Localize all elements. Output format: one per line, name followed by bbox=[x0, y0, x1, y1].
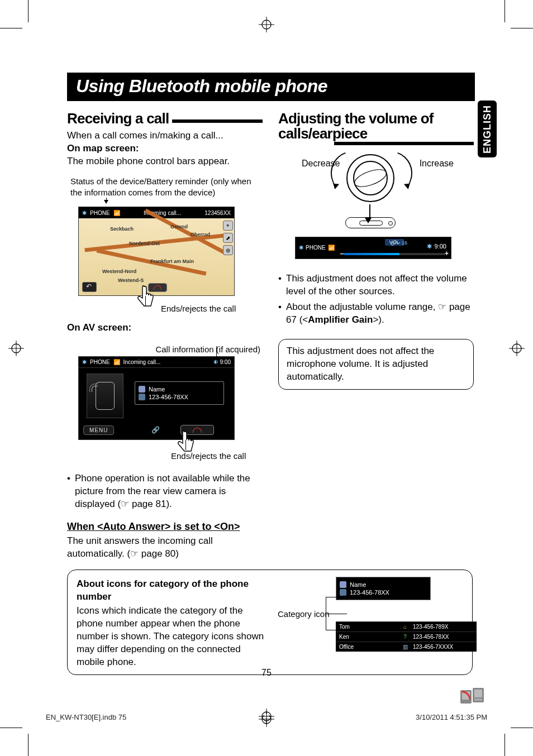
map-place: Nordend-Ost bbox=[129, 241, 160, 246]
signal-icon: 📶 bbox=[328, 245, 335, 251]
map-place: Oberrad bbox=[191, 232, 210, 237]
volume-figure: Decrease Increase ✱ PHONE bbox=[278, 153, 468, 265]
clock-value: 9:00 bbox=[435, 243, 446, 250]
unknown-icon: ? bbox=[401, 634, 410, 640]
sample-name: Name bbox=[350, 581, 366, 588]
bluetooth-icon: ✱ bbox=[299, 245, 303, 251]
footer-timestamp: 3/10/2011 4:51:35 PM bbox=[416, 713, 487, 721]
incoming-label: Incoming call... bbox=[123, 359, 161, 365]
phone-mode-label: PHONE bbox=[306, 245, 326, 251]
svg-point-29 bbox=[354, 161, 387, 195]
map-place: Westend-Nord bbox=[102, 269, 136, 274]
phone-mode-label: PHONE bbox=[90, 359, 110, 365]
caller-name: Name bbox=[149, 386, 165, 393]
page-number: 75 bbox=[0, 668, 533, 678]
registration-mark-icon bbox=[8, 341, 24, 356]
office-icon: ▥ bbox=[401, 644, 410, 650]
call-info-box: Name 123-456-78XX bbox=[135, 381, 224, 405]
home-icon: ⌂ bbox=[401, 624, 410, 630]
about-heading: About icons for category of the phone nu… bbox=[77, 578, 266, 604]
section-heading-receiving: Receiving a call bbox=[67, 111, 169, 126]
auto-answer-subheading: When <Auto Answer> is set to <On> bbox=[67, 521, 263, 533]
list-item: Ken ? 123-456-78XX bbox=[336, 631, 477, 642]
language-tab: ENGLISH bbox=[478, 101, 497, 157]
about-body: Icons which indicate the category of the… bbox=[77, 605, 264, 667]
volume-knob-icon bbox=[345, 153, 396, 203]
clock-value: 9:00 bbox=[220, 359, 231, 365]
auto-answer-body: The unit answers the incoming call autom… bbox=[67, 535, 263, 561]
map-place: Frankfurt am Main bbox=[150, 259, 194, 264]
person-icon bbox=[139, 386, 145, 393]
vol-minus-icon: – bbox=[340, 250, 344, 257]
sample-call-info: Name 123-456-78XX bbox=[336, 577, 431, 600]
phone-icon bbox=[139, 394, 145, 400]
signal-icon: 📶 bbox=[113, 210, 120, 216]
about-icons-box: About icons for category of the phone nu… bbox=[67, 570, 473, 675]
phone-mode-label: PHONE bbox=[90, 210, 110, 216]
registration-mark-icon bbox=[509, 341, 525, 356]
bluetooth-icon: ✱ bbox=[82, 359, 87, 365]
intro-text: When a call comes in/making a call... bbox=[67, 130, 263, 142]
ends-call-caption: Ends/rejects the call bbox=[171, 451, 246, 461]
menu-button[interactable]: MENU bbox=[83, 425, 114, 435]
bullet-volume-other-sources: This adjustment does not affect the volu… bbox=[278, 272, 474, 298]
bluetooth-small-icon: ✱ bbox=[427, 243, 432, 250]
av-caption: Call information (if acquired) bbox=[67, 344, 263, 354]
list-item: Tom ⌂ 123-456-789X bbox=[336, 621, 477, 631]
ends-call-caption: Ends/rejects the call bbox=[161, 304, 236, 313]
incoming-label: Incoming call... bbox=[123, 210, 202, 216]
bluetooth-icon: ✱ bbox=[82, 210, 87, 216]
sample-number: 123-456-78XX bbox=[350, 589, 389, 596]
bullet-rear-camera: Phone operation is not available while t… bbox=[67, 472, 263, 511]
page-title: Using Bluetooth mobile phone bbox=[67, 73, 475, 101]
footer-file: EN_KW-NT30[E].indb 75 bbox=[46, 713, 126, 721]
caller-number: 123-456-78XX bbox=[149, 394, 188, 400]
back-button[interactable] bbox=[82, 282, 97, 292]
signal-icon: 📶 bbox=[113, 359, 120, 365]
caller-number: 123456XX bbox=[204, 210, 231, 216]
heading-rule bbox=[172, 119, 263, 123]
category-icon-label: Category icon bbox=[278, 609, 330, 619]
pointer-hand-icon bbox=[127, 283, 159, 314]
microphone-note: This adjustment does not affect the micr… bbox=[278, 339, 474, 390]
section-heading-volume: Adjusting the volume of calls/earpiece bbox=[278, 111, 474, 142]
svg-rect-35 bbox=[474, 698, 482, 701]
status-note: Status of the device/Battery reminder (o… bbox=[67, 176, 263, 198]
bullet-volume-range: About the adjustable volume range, ☞ pag… bbox=[278, 301, 474, 327]
map-screen-body: The mobile phone control bars appear. bbox=[67, 155, 263, 168]
pdf-badge-icon bbox=[460, 688, 485, 705]
vol-plus-icon: + bbox=[445, 250, 449, 257]
contact-list: Tom ⌂ 123-456-789X Ken ? 123-456-78XX Of… bbox=[336, 621, 477, 652]
registration-mark-icon bbox=[259, 17, 274, 32]
volume-status-bar: ✱ PHONE 📶 VOL – + 🔗›› 16 ✱9:00 bbox=[295, 237, 451, 259]
map-place: Seckbach bbox=[110, 226, 134, 232]
volume-button-face bbox=[345, 217, 396, 228]
increase-label: Increase bbox=[420, 159, 454, 169]
av-screen-label: On AV screen: bbox=[67, 322, 263, 334]
handsfree-indicator: 🔗›› 16 bbox=[391, 240, 407, 246]
svg-point-30 bbox=[353, 166, 389, 190]
bluetooth-small-icon: ✱ bbox=[213, 359, 218, 365]
bt-link-icon: 🔗 bbox=[151, 426, 160, 434]
list-item: Office ▥ 123-456-7XXXX bbox=[336, 642, 477, 652]
map-place: Ostend bbox=[170, 224, 188, 229]
phone-image-icon bbox=[87, 374, 123, 418]
map-side-icon: ⌖ bbox=[223, 221, 233, 231]
map-screen-label: On map screen: bbox=[67, 142, 263, 155]
av-screenshot: ✱ PHONE 📶 Incoming call... ✱9:00 Name 12… bbox=[78, 356, 235, 440]
svg-rect-34 bbox=[474, 690, 482, 697]
footer-registration-icon bbox=[259, 709, 274, 726]
map-side-icon: ⬈ bbox=[223, 233, 233, 243]
map-side-icon: ⊜ bbox=[223, 245, 233, 255]
person-icon bbox=[340, 581, 346, 588]
